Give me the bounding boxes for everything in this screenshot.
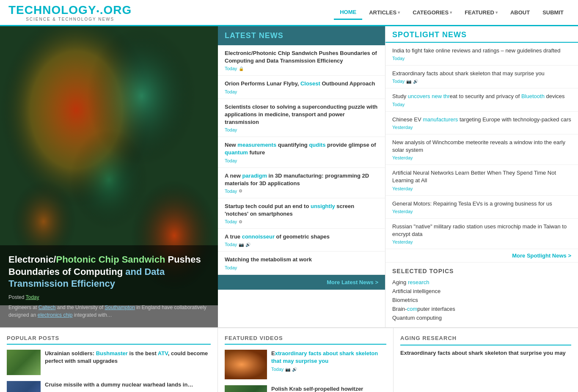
site-name-part1: TECHNOLOGY: [8, 3, 96, 16]
latest-item-title[interactable]: Scientists closer to solving a supercond…: [225, 103, 378, 126]
spotlight-item: Russian "native" military radio station …: [385, 219, 578, 249]
latest-item-date: Today: [225, 265, 378, 270]
featured-content: Extraordinary facts about shark skeleton…: [271, 350, 386, 372]
latest-news-title: LATEST NEWS: [225, 31, 378, 40]
spotlight-item: India to fight fake online reviews and r…: [385, 43, 578, 66]
lock-icon: 🔒: [239, 66, 244, 71]
nav-submit[interactable]: SUBMIT: [537, 6, 570, 19]
latest-item-date: Today 🔒: [225, 66, 378, 71]
nav-articles[interactable]: ARTICLES ▾: [363, 6, 406, 19]
topic-aging[interactable]: Aging research: [392, 278, 571, 287]
spotlight-item-date: Today: [392, 102, 571, 107]
shark-thumbnail: [225, 350, 267, 379]
latest-item-title[interactable]: A new paradigm in 3D manufacturing: prog…: [225, 172, 378, 187]
more-spotlight-link[interactable]: More Spotlight News >: [512, 252, 571, 259]
spotlight-header: SPOTLIGHT NEWS: [385, 26, 578, 43]
latest-item-date: Today: [225, 127, 378, 132]
howitzer-thumbnail: [225, 385, 267, 392]
latest-item: Orion Performs Lunar Flyby, Closest Outb…: [218, 76, 385, 99]
spotlight-item-title[interactable]: Extraordinary facts about shark skeleton…: [392, 70, 571, 77]
main-content: Electronic/Photonic Chip Sandwich Pushes…: [0, 26, 578, 327]
latest-item-title[interactable]: Electronic/Photonic Chip Sandwich Pushes…: [225, 49, 378, 65]
topic-ai[interactable]: Artificial intelligence: [392, 287, 571, 296]
spotlight-item-date: Yesterday: [392, 155, 571, 160]
spotlight-item: Chinese EV manufacturers targeting Europ…: [385, 112, 578, 134]
nav-categories[interactable]: CATEGORIES ▾: [407, 6, 458, 19]
latest-item: Startup tech could put an end to unsight…: [218, 198, 385, 229]
latest-item-title[interactable]: A true connoisseur of geometric shapes: [225, 233, 378, 241]
latest-item: A true connoisseur of geometric shapes T…: [218, 229, 385, 252]
featured-thumb: [225, 350, 267, 379]
spotlight-item-date: Today 📷🔊: [392, 79, 571, 84]
popular-title[interactable]: Cruise missile with a dummy nuclear warh…: [45, 381, 211, 389]
popular-posts-section: POPULAR POSTS Ukrainian soldiers: Bushma…: [0, 328, 218, 392]
site-tagline: SCIENCE & TECHNOLOGY NEWS: [8, 17, 132, 22]
spotlight-title: SPOTLIGHT NEWS: [392, 30, 571, 39]
logo: TECHNOLOGY●.ORG SCIENCE & TECHNOLOGY NEW…: [8, 3, 132, 22]
spotlight-item-title[interactable]: India to fight fake online reviews and r…: [392, 47, 571, 55]
spotlight-item-date: Yesterday: [392, 125, 571, 130]
chevron-down-icon: ▾: [398, 10, 400, 15]
more-spotlight-wrap: More Spotlight News >: [385, 249, 578, 263]
spotlight-item-title[interactable]: Artificial Neural Networks Learn Better …: [392, 169, 571, 184]
hero-title[interactable]: Electronic/Photonic Chip Sandwich Pushes…: [8, 254, 209, 290]
spotlight-item: Study uncovers new threat to security an…: [385, 88, 578, 111]
topic-biometrics[interactable]: Biometrics: [392, 296, 571, 304]
latest-item: Scientists closer to solving a supercond…: [218, 99, 385, 137]
latest-item-date: Today ⚙: [225, 219, 378, 224]
header: TECHNOLOGY●.ORG SCIENCE & TECHNOLOGY NEW…: [0, 0, 578, 26]
vehicle-thumbnail: [7, 350, 41, 375]
nav-about[interactable]: ABOUT: [504, 6, 536, 19]
spotlight-item-title[interactable]: General Motors: Repairing Tesla EVs is a…: [392, 200, 571, 208]
list-item: Extraordinary facts about shark skeleton…: [225, 350, 386, 379]
popular-thumb: [7, 381, 41, 392]
latest-news-header: LATEST NEWS: [218, 26, 385, 45]
main-nav: HOME ARTICLES ▾ CATEGORIES ▾ FEATURED ▾ …: [334, 5, 570, 20]
popular-content: Cruise missile with a dummy nuclear warh…: [45, 381, 211, 389]
spotlight-item-title[interactable]: Chinese EV manufacturers targeting Europ…: [392, 116, 571, 123]
topic-bci[interactable]: Brain-computer interfaces: [392, 304, 571, 313]
latest-item-title[interactable]: New measurements quantifying qudits prov…: [225, 141, 378, 156]
latest-item-date: Today: [225, 89, 378, 94]
more-latest-link[interactable]: More Latest News >: [327, 279, 378, 285]
aging-section: AGING RESEARCH Extraordinary facts about…: [394, 328, 578, 392]
featured-date: Today 📷 🔊: [271, 367, 386, 372]
list-item: Ukrainian soldiers: Bushmaster is the be…: [7, 350, 211, 375]
nav-home[interactable]: HOME: [334, 5, 362, 20]
popular-title[interactable]: Ukrainian soldiers: Bushmaster is the be…: [45, 350, 211, 365]
hero-meta: Posted Today: [8, 294, 209, 300]
latest-item: New measurements quantifying qudits prov…: [218, 137, 385, 167]
featured-videos-section: FEATURED VIDEOS Extraordinary facts abou…: [218, 328, 394, 392]
hero-date[interactable]: Today: [25, 294, 39, 300]
latest-news-section: LATEST NEWS Electronic/Photonic Chip San…: [218, 26, 385, 327]
popular-posts-title: POPULAR POSTS: [7, 335, 211, 345]
featured-videos-title: FEATURED VIDEOS: [225, 335, 386, 345]
video-icon: 📷: [239, 242, 244, 247]
spotlight-item: Artificial Neural Networks Learn Better …: [385, 165, 578, 195]
spotlight-item-date: Yesterday: [392, 186, 571, 191]
aging-header: AGING RESEARCH: [400, 335, 571, 341]
spotlight-item-date: Yesterday: [392, 239, 571, 244]
spotlight-item-title[interactable]: Russian "native" military radio station …: [392, 223, 571, 238]
hero-text-overlay: Electronic/Photonic Chip Sandwich Pushes…: [0, 245, 218, 327]
site-name-part2: .ORG: [100, 3, 132, 16]
spotlight-section: SPOTLIGHT NEWS India to fight fake onlin…: [385, 26, 578, 327]
video-icon: 📷: [406, 79, 411, 84]
nav-featured[interactable]: FEATURED ▾: [459, 6, 504, 19]
sound-icon: 🔊: [245, 242, 250, 247]
spotlight-item-title[interactable]: New analysis of Winchcombe meteorite rev…: [392, 139, 571, 154]
video-icon: 📷: [285, 367, 290, 372]
chevron-down-icon: ▾: [495, 10, 498, 15]
spotlight-item-date: Yesterday: [392, 209, 571, 214]
spotlight-item-title[interactable]: Study uncovers new threat to security an…: [392, 93, 571, 100]
latest-item-title[interactable]: Startup tech could put an end to unsight…: [225, 203, 378, 218]
topic-quantum[interactable]: Quantum computing: [392, 313, 571, 322]
latest-item: A new paradigm in 3D manufacturing: prog…: [218, 168, 385, 198]
aging-title[interactable]: Extraordinary facts about shark skeleton…: [400, 350, 571, 356]
hero-description: Engineers at Caltech and the University …: [8, 304, 209, 319]
latest-item-title[interactable]: Watching the metabolism at work: [225, 256, 378, 263]
featured-title[interactable]: Extraordinary facts about shark skeleton…: [271, 350, 386, 365]
latest-item-title[interactable]: Orion Performs Lunar Flyby, Closest Outb…: [225, 80, 378, 88]
latest-item-date: Today: [225, 158, 378, 163]
featured-title[interactable]: Polish Krab self-propelled howitzer demo…: [271, 385, 386, 392]
